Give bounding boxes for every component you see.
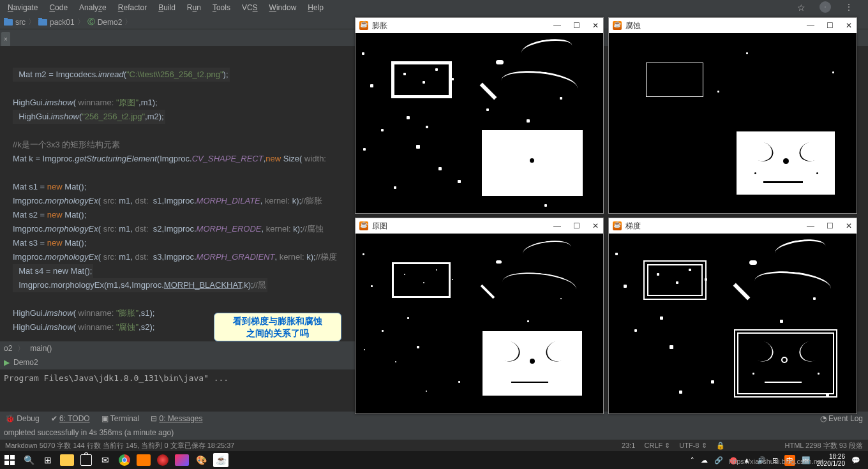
start-icon[interactable] (3, 453, 17, 467)
breadcrumb-pack[interactable]: pack01 (50, 18, 75, 27)
svg-point-0 (825, 6, 826, 7)
status-right: HTML 2298 字数 93 段落 (785, 441, 863, 450)
caret-pos[interactable]: 23:1 (622, 442, 635, 449)
svg-rect-3 (4, 461, 9, 465)
folder-icon (38, 19, 47, 26)
svg-rect-1 (4, 455, 9, 459)
close-icon[interactable]: ✕ (845, 221, 853, 230)
svg-rect-4 (10, 461, 15, 465)
minimize-icon[interactable]: — (807, 221, 814, 230)
encoding[interactable]: UTF-8 ⇕ (679, 442, 707, 450)
class-icon: Ⓒ (87, 17, 95, 27)
chevron-up-icon[interactable]: ˄ (691, 456, 694, 465)
java-app-icon[interactable]: ☕ (213, 453, 228, 467)
close-icon[interactable]: ✕ (845, 21, 853, 30)
taskview-icon[interactable]: ⊞ (41, 453, 55, 467)
search-icon[interactable]: 🔍 (22, 453, 36, 467)
java-icon (613, 21, 622, 30)
main-menu: Navigate Code Analyze Refactor Build Run… (0, 0, 868, 15)
eventlog-tool[interactable]: ◔ Event Log (820, 414, 863, 423)
menu-code[interactable]: Code (44, 2, 73, 13)
debug-tool[interactable]: 🐞 Debug (5, 414, 40, 423)
maximize-icon[interactable]: ☐ (826, 21, 834, 30)
minimize-icon[interactable]: — (807, 21, 814, 30)
minimize-icon[interactable]: — (553, 221, 561, 230)
menu-refactor[interactable]: Refactor (113, 2, 152, 13)
star-icon[interactable]: ☆ (792, 1, 811, 14)
intellij-icon[interactable] (175, 453, 189, 467)
java-icon (359, 221, 368, 230)
tray-icon[interactable]: 🔗 (714, 456, 723, 465)
breadcrumb-src[interactable]: src (15, 18, 26, 27)
status-bar: Markdown 5070 字数 144 行数 当前行 145, 当前列 0 文… (0, 440, 868, 451)
lock-icon[interactable]: 🔒 (716, 442, 725, 450)
menu-run[interactable]: Run (182, 2, 206, 13)
terminal-tool[interactable]: ▣ Terminal (101, 414, 139, 423)
java-icon (613, 221, 622, 230)
breadcrumb-class[interactable]: Demo2 (98, 18, 123, 27)
window-erode[interactable]: 腐蚀 —☐✕ (608, 17, 857, 214)
structure-nav: o2〉 main() (0, 341, 355, 355)
close-tab[interactable]: × (1, 32, 10, 46)
explorer-icon[interactable] (60, 453, 74, 467)
run-toolwindow-header: ▶ Demo2 (0, 355, 355, 369)
window-dilate[interactable]: 膨胀 —☐✕ (355, 17, 604, 214)
maximize-icon[interactable]: ☐ (826, 221, 834, 230)
code-editor[interactable]: Mat m2 = Imgcodecs.imread("C:\\test\\256… (0, 46, 355, 337)
menu-build[interactable]: Build (153, 2, 181, 13)
maximize-icon[interactable]: ☐ (572, 221, 580, 230)
line-sep[interactable]: CRLF ⇕ (645, 442, 671, 450)
tray-icon[interactable]: ☁ (701, 456, 708, 465)
folder-icon (4, 19, 13, 26)
windows-taskbar: 🔍 ⊞ ✉ 🎨 ☕ https://xiaoshuai.blog.csdn.ne… (0, 451, 868, 469)
app-icon-2[interactable] (156, 453, 170, 467)
menu-navigate[interactable]: Navigate (3, 2, 43, 13)
notifications-icon[interactable]: 💬 (851, 456, 860, 465)
svg-rect-2 (10, 455, 15, 459)
kebab-icon[interactable]: ⋮ (840, 1, 858, 14)
run-icon[interactable]: ▶ (4, 358, 10, 367)
run-config-name[interactable]: Demo2 (13, 358, 38, 367)
app-icon-1[interactable] (137, 453, 151, 467)
minimize-icon[interactable]: — (553, 21, 561, 30)
menu-tools[interactable]: Tools (207, 2, 236, 13)
menu-window[interactable]: Window (264, 2, 302, 13)
annotation-callout: 看到梯度与膨胀和腐蚀之间的关系了吗 (214, 313, 341, 341)
close-icon[interactable]: ✕ (592, 221, 599, 230)
build-message: ompleted successfully in 4s 356ms (a min… (0, 426, 868, 440)
java-icon (359, 21, 368, 30)
messages-tool[interactable]: ⊟ 0: Messages (151, 414, 202, 423)
paint-icon[interactable]: 🎨 (194, 453, 208, 467)
window-original[interactable]: 原图 —☐✕ (355, 218, 604, 414)
run-console[interactable]: Program Files\Java\jdk1.8.0_131\bin\java… (0, 369, 355, 410)
menu-analyze[interactable]: Analyze (74, 2, 112, 13)
maximize-icon[interactable]: ☐ (572, 21, 580, 30)
menu-help[interactable]: Help (303, 2, 329, 13)
user-avatar-icon[interactable] (819, 1, 831, 13)
watermark: https://xiaoshuai.blog.csdn.net (729, 458, 823, 465)
window-gradient[interactable]: 梯度 —☐✕ (608, 218, 857, 414)
chrome-icon[interactable] (117, 453, 131, 467)
close-icon[interactable]: ✕ (592, 21, 599, 30)
store-icon[interactable] (79, 453, 93, 467)
mail-icon[interactable]: ✉ (98, 453, 112, 467)
menu-vcs[interactable]: VCS (237, 2, 263, 13)
todo-tool[interactable]: ✔ 6: TODO (51, 414, 90, 423)
